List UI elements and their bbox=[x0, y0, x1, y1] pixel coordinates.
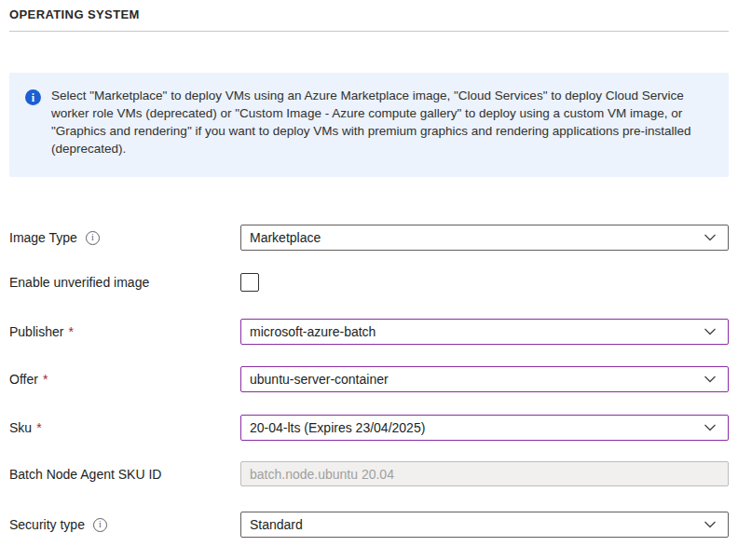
required-marker: * bbox=[68, 324, 73, 339]
publisher-label: Publisher * bbox=[9, 324, 240, 339]
image-type-value: Marketplace bbox=[250, 230, 321, 245]
offer-value: ubuntu-server-container bbox=[250, 372, 389, 387]
sku-value: 20-04-lts (Expires 23/04/2025) bbox=[250, 420, 425, 435]
required-marker: * bbox=[36, 420, 41, 435]
enable-unverified-image-label-text: Enable unverified image bbox=[9, 275, 149, 290]
image-type-info-icon[interactable]: i bbox=[86, 231, 100, 245]
info-banner: i Select "Marketplace" to deploy VMs usi… bbox=[9, 73, 729, 177]
security-type-dropdown[interactable]: Standard bbox=[240, 512, 729, 538]
publisher-value: microsoft-azure-batch bbox=[250, 324, 376, 339]
chevron-down-icon bbox=[704, 374, 717, 385]
info-banner-text: Select "Marketplace" to deploy VMs using… bbox=[51, 87, 724, 157]
publisher-dropdown[interactable]: microsoft-azure-batch bbox=[240, 319, 729, 345]
sku-label: Sku * bbox=[9, 420, 240, 435]
required-marker: * bbox=[43, 372, 48, 387]
enable-unverified-image-checkbox[interactable] bbox=[240, 273, 259, 292]
image-type-label-text: Image Type bbox=[9, 230, 77, 245]
publisher-label-text: Publisher bbox=[9, 324, 63, 339]
field-row-sku: Sku * 20-04-lts (Expires 23/04/2025) bbox=[9, 415, 729, 441]
chevron-down-icon bbox=[704, 326, 717, 337]
field-row-enable-unverified-image: Enable unverified image bbox=[9, 269, 729, 295]
field-row-security-type: Security type i Standard bbox=[9, 512, 729, 538]
sku-label-text: Sku bbox=[9, 420, 32, 435]
batch-node-agent-sku-id-value: batch.node.ubuntu 20.04 bbox=[250, 467, 394, 482]
security-type-value: Standard bbox=[250, 517, 303, 532]
sku-dropdown[interactable]: 20-04-lts (Expires 23/04/2025) bbox=[240, 415, 729, 441]
offer-label: Offer * bbox=[9, 372, 240, 387]
batch-node-agent-sku-id-label: Batch Node Agent SKU ID bbox=[9, 467, 240, 482]
page-title: OPERATING SYSTEM bbox=[9, 7, 140, 21]
field-row-offer: Offer * ubuntu-server-container bbox=[9, 366, 729, 392]
security-type-label: Security type i bbox=[9, 517, 240, 532]
batch-node-agent-sku-id-label-text: Batch Node Agent SKU ID bbox=[9, 467, 161, 482]
chevron-down-icon bbox=[704, 422, 717, 433]
offer-label-text: Offer bbox=[9, 372, 38, 387]
security-type-label-text: Security type bbox=[9, 517, 85, 532]
security-type-info-icon[interactable]: i bbox=[93, 518, 107, 532]
field-row-image-type: Image Type i Marketplace bbox=[9, 225, 729, 251]
field-row-batch-node-agent-sku-id: Batch Node Agent SKU ID batch.node.ubunt… bbox=[9, 461, 729, 487]
image-type-label: Image Type i bbox=[9, 230, 240, 245]
batch-node-agent-sku-id-field: batch.node.ubuntu 20.04 bbox=[240, 461, 729, 486]
chevron-down-icon bbox=[704, 232, 717, 243]
offer-dropdown[interactable]: ubuntu-server-container bbox=[240, 366, 729, 392]
image-type-dropdown[interactable]: Marketplace bbox=[240, 225, 729, 251]
chevron-down-icon bbox=[704, 519, 717, 530]
field-row-publisher: Publisher * microsoft-azure-batch bbox=[9, 319, 729, 345]
info-icon: i bbox=[25, 89, 41, 105]
section-divider bbox=[9, 31, 729, 32]
enable-unverified-image-label: Enable unverified image bbox=[9, 275, 240, 290]
